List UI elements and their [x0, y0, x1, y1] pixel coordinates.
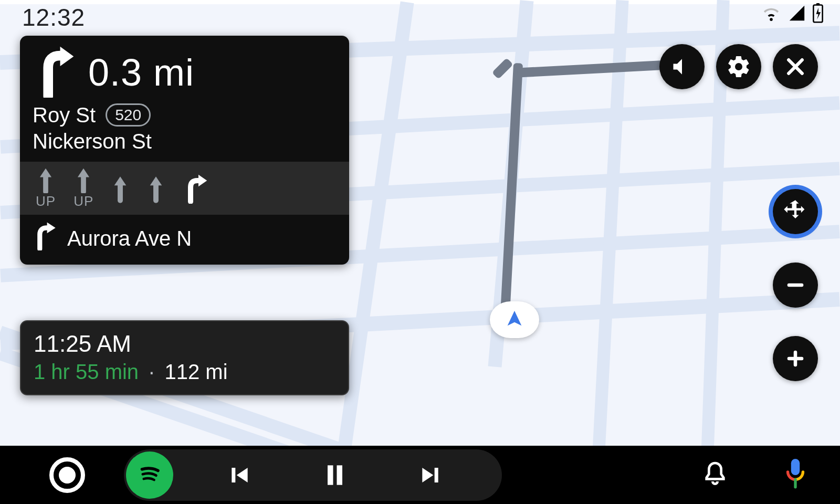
lane-straight-icon [111, 173, 129, 204]
svg-rect-5 [328, 465, 333, 485]
route-shield: 520 [106, 103, 151, 127]
trip-duration: 1 hr 55 min [34, 360, 139, 383]
svg-rect-7 [791, 459, 800, 475]
separator-dot: · [149, 360, 154, 383]
lane-label: UP [74, 193, 93, 209]
current-location-marker [490, 301, 539, 338]
play-pause-button[interactable] [320, 460, 350, 490]
pan-button[interactable] [773, 189, 818, 234]
svg-rect-6 [337, 465, 342, 485]
next-track-button[interactable] [417, 460, 447, 490]
lane-2: UP [74, 167, 93, 209]
cellular-icon [786, 4, 807, 22]
battery-charging-icon [812, 3, 824, 23]
spotify-icon [134, 459, 165, 491]
lane-4 [147, 173, 165, 204]
lane-right-icon [183, 173, 209, 204]
minus-icon [783, 273, 807, 297]
settings-button[interactable] [716, 44, 761, 89]
lane-straight-icon [147, 173, 165, 204]
trip-eta: 11:25 AM [34, 331, 335, 357]
wifi-icon [760, 4, 782, 22]
trip-summary-card[interactable]: 11:25 AM 1 hr 55 min · 112 mi [20, 320, 349, 395]
zoom-in-button[interactable] [773, 336, 818, 381]
previous-track-button[interactable] [223, 460, 253, 490]
street-primary: Roy St [33, 103, 96, 127]
svg-rect-4 [794, 351, 797, 367]
system-bottom-bar [0, 446, 840, 504]
lane-straight-icon [37, 167, 55, 193]
turn-right-icon [33, 45, 79, 100]
spotify-app-button[interactable] [126, 452, 173, 499]
status-clock: 12:32 [22, 3, 85, 32]
lane-guidance: UP UP [20, 162, 349, 215]
bell-icon [700, 481, 730, 490]
notifications-button[interactable] [700, 459, 730, 491]
media-widget[interactable] [124, 449, 502, 501]
street-secondary: Nickerson St [33, 128, 337, 154]
voice-assistant-button[interactable] [782, 458, 808, 492]
skip-previous-icon [223, 460, 253, 490]
lane-straight-icon [75, 167, 92, 193]
next-step-street: Aurora Ave N [67, 227, 192, 250]
svg-rect-1 [816, 3, 820, 5]
turn-right-icon [33, 222, 57, 255]
nav-next-step: Aurora Ave N [20, 215, 349, 265]
status-icons [760, 3, 824, 23]
route-line [492, 58, 513, 79]
svg-rect-2 [788, 284, 804, 287]
pan-icon [782, 198, 809, 225]
volume-mute-icon [670, 55, 694, 78]
home-button[interactable] [49, 457, 85, 493]
maneuver-distance: 0.3 mi [88, 51, 194, 94]
close-icon [784, 55, 807, 78]
lane-3 [111, 173, 129, 204]
lane-label: UP [36, 193, 56, 209]
trip-distance: 112 mi [164, 360, 227, 383]
zoom-out-button[interactable] [773, 262, 818, 308]
gear-icon [726, 54, 751, 79]
trip-detail: 1 hr 55 min · 112 mi [34, 360, 335, 384]
pause-icon [320, 460, 350, 490]
microphone-icon [782, 483, 808, 492]
nav-street-names: Roy St 520 Nickerson St [20, 102, 349, 162]
close-button[interactable] [773, 44, 818, 89]
route-line [517, 60, 670, 77]
map-area[interactable]: 12:32 [0, 0, 840, 446]
navigation-arrow-icon [504, 308, 525, 331]
mute-button[interactable] [659, 44, 705, 89]
nav-primary-maneuver: 0.3 mi [20, 36, 349, 102]
skip-next-icon [417, 460, 447, 490]
navigation-card: 0.3 mi Roy St 520 Nickerson St UP UP [20, 36, 349, 265]
plus-icon [783, 346, 807, 371]
lane-5-active [183, 173, 209, 204]
lane-1: UP [36, 167, 56, 209]
